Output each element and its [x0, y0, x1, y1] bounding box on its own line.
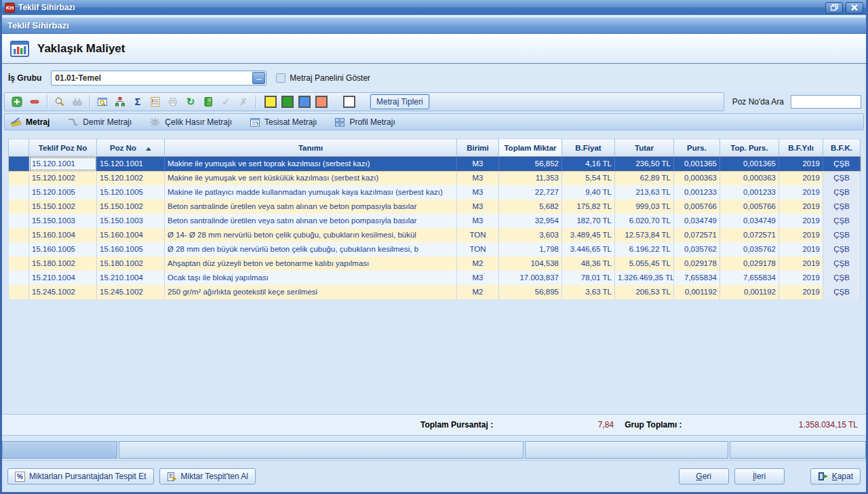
- table-row[interactable]: 15.120.100215.120.1002Makine ile yumuşak…: [9, 171, 861, 185]
- metraj-panel-checkbox[interactable]: [276, 73, 285, 83]
- cell-toplam-miktar[interactable]: 1,798: [499, 242, 562, 256]
- col-b-fiyat[interactable]: B.Fiyat: [562, 139, 615, 157]
- print-button[interactable]: [165, 94, 181, 110]
- cell-top-purs[interactable]: 0,035762: [720, 242, 779, 256]
- tab-demir-metraji[interactable]: Demir Metrajı: [67, 117, 132, 127]
- cell-top-purs[interactable]: 0,001233: [720, 185, 779, 200]
- color-swatch-orange[interactable]: [315, 96, 328, 108]
- combo-ellipsis-button[interactable]: ...: [252, 72, 265, 84]
- tab-tesisat-metraji[interactable]: Tesisat Metrajı: [250, 117, 317, 127]
- col-birimi[interactable]: Birimi: [457, 139, 499, 157]
- col-toplam-miktar[interactable]: Toplam Miktar: [499, 139, 562, 157]
- cell-birimi[interactable]: TON: [457, 228, 499, 242]
- table-row[interactable]: 15.160.100415.160.1004Ø 14- Ø 28 mm nerv…: [9, 228, 861, 242]
- cell-top-purs[interactable]: 0,000363: [720, 171, 779, 185]
- table-row[interactable]: 15.150.100315.150.1003Beton santralinde …: [9, 214, 861, 228]
- find-button[interactable]: [69, 94, 85, 110]
- col-tanimi[interactable]: Tanımı: [165, 139, 457, 157]
- metraj-tipleri-button[interactable]: Metraj Tipleri: [370, 94, 429, 109]
- cell-purs[interactable]: 0,001233: [674, 185, 720, 200]
- restore-button[interactable]: [825, 2, 843, 14]
- cell-birimi[interactable]: M3: [457, 157, 499, 171]
- cell-tanimi[interactable]: Ahşaptan düz yüzeyli beton ve betonarme …: [165, 256, 457, 271]
- cell-birimi[interactable]: M3: [457, 185, 499, 200]
- col-purs[interactable]: Purs.: [674, 139, 720, 157]
- cell-bf-yili[interactable]: 2019: [779, 271, 823, 285]
- cell-toplam-miktar[interactable]: 56,852: [499, 157, 562, 171]
- cell-bfk[interactable]: ÇŞB: [823, 285, 861, 299]
- cell-tanimi[interactable]: Makine ile yumuşak ve sert toprak kazılm…: [165, 157, 457, 171]
- cell-b-fiyat[interactable]: 9,40 TL: [562, 185, 615, 200]
- cell-tutar[interactable]: 5.055,45 TL: [615, 256, 674, 271]
- cell-teklif-poz-no[interactable]: 15.120.1002: [29, 171, 97, 185]
- cell-teklif-poz-no[interactable]: 15.180.1002: [29, 256, 97, 271]
- cell-b-fiyat[interactable]: 182,70 TL: [562, 214, 615, 228]
- col-top-purs[interactable]: Top. Purs.: [720, 139, 779, 157]
- table-row[interactable]: 15.245.100215.245.1002250 gr/m² ağırlıkt…: [9, 285, 861, 299]
- cell-poz-no[interactable]: 15.245.1002: [97, 285, 165, 299]
- cell-tutar[interactable]: 12.573,84 TL: [615, 228, 674, 242]
- tab-profil-metraji[interactable]: Profil Metrajı: [334, 117, 395, 127]
- cell-birimi[interactable]: M2: [457, 285, 499, 299]
- cell-poz-no[interactable]: 15.120.1002: [97, 171, 165, 185]
- cell-bfk[interactable]: ÇŞB: [823, 185, 861, 200]
- color-swatch-white[interactable]: [343, 96, 355, 108]
- row-selector[interactable]: [9, 214, 29, 228]
- cell-tutar[interactable]: 62,89 TL: [615, 171, 674, 185]
- cell-top-purs[interactable]: 0,072571: [720, 228, 779, 242]
- detail-list-button[interactable]: [147, 94, 163, 110]
- hierarchy-button[interactable]: [112, 94, 128, 110]
- cell-purs[interactable]: 0,035762: [674, 242, 720, 256]
- cell-birimi[interactable]: M3: [457, 271, 499, 285]
- cell-tutar[interactable]: 6.020,70 TL: [615, 214, 674, 228]
- col-bf-yili[interactable]: B.F.Yılı: [779, 139, 823, 157]
- cell-birimi[interactable]: TON: [457, 242, 499, 256]
- poz-search-input[interactable]: [791, 95, 861, 109]
- cell-top-purs[interactable]: 0,001192: [720, 285, 779, 299]
- cancel-button[interactable]: ✗: [235, 94, 252, 110]
- cell-b-fiyat[interactable]: 5,54 TL: [562, 171, 615, 185]
- cell-bfk[interactable]: ÇŞB: [823, 256, 861, 271]
- cell-tutar[interactable]: 6.196,22 TL: [615, 242, 674, 256]
- cell-toplam-miktar[interactable]: 32,954: [499, 214, 562, 228]
- cell-tanimi[interactable]: Beton santralinde üretilen veya satın al…: [165, 200, 457, 214]
- cell-toplam-miktar[interactable]: 104,538: [499, 256, 562, 271]
- cell-bf-yili[interactable]: 2019: [779, 285, 823, 299]
- cell-purs[interactable]: 0,001192: [674, 285, 720, 299]
- cell-teklif-poz-no[interactable]: 15.210.1004: [29, 271, 97, 285]
- cell-purs[interactable]: 0,072571: [674, 228, 720, 242]
- cell-bfk[interactable]: ÇŞB: [823, 242, 861, 256]
- cell-toplam-miktar[interactable]: 3,603: [499, 228, 562, 242]
- apply-button[interactable]: ✓: [218, 94, 234, 110]
- cell-b-fiyat[interactable]: 3.489,45 TL: [562, 228, 615, 242]
- cell-bfk[interactable]: ÇŞB: [823, 271, 861, 285]
- cell-tutar[interactable]: 213,63 TL: [615, 185, 674, 200]
- close-button[interactable]: [846, 2, 863, 14]
- table-row[interactable]: 15.150.100215.150.1002Beton santralinde …: [9, 200, 861, 214]
- cell-b-fiyat[interactable]: 78,01 TL: [562, 271, 615, 285]
- cell-teklif-poz-no[interactable]: 15.160.1004: [29, 228, 97, 242]
- cell-tutar[interactable]: 236,50 TL: [615, 157, 674, 171]
- cell-purs[interactable]: 0,000363: [674, 171, 720, 185]
- cell-bf-yili[interactable]: 2019: [779, 157, 823, 171]
- kapat-button[interactable]: Kapat: [810, 468, 861, 484]
- cell-poz-no[interactable]: 15.180.1002: [97, 256, 165, 271]
- tab-celik-hasir-metraji[interactable]: Çelik Hasır Metrajı: [149, 117, 232, 127]
- cell-bfk[interactable]: ÇŞB: [823, 228, 861, 242]
- cell-bfk[interactable]: ÇŞB: [823, 200, 861, 214]
- color-swatch-green[interactable]: [281, 96, 294, 108]
- cell-b-fiyat[interactable]: 3,63 TL: [562, 285, 615, 299]
- cell-bf-yili[interactable]: 2019: [779, 214, 823, 228]
- cell-teklif-poz-no[interactable]: 15.245.1002: [29, 285, 97, 299]
- cell-toplam-miktar[interactable]: 22,727: [499, 185, 562, 200]
- cell-purs[interactable]: 0,005766: [674, 200, 720, 214]
- cell-bfk[interactable]: ÇŞB: [823, 157, 861, 171]
- table-row[interactable]: 15.210.100415.210.1004Ocak taşı ile blok…: [9, 271, 861, 285]
- cell-purs[interactable]: 7,655834: [674, 271, 720, 285]
- cell-top-purs[interactable]: 0,001365: [720, 157, 779, 171]
- cell-birimi[interactable]: M2: [457, 256, 499, 271]
- col-tutar[interactable]: Tutar: [615, 139, 674, 157]
- col-teklif-poz-no[interactable]: Teklif Poz No: [29, 139, 97, 157]
- tab-metraj[interactable]: Metraj: [10, 117, 50, 127]
- cell-poz-no[interactable]: 15.120.1001: [97, 157, 165, 171]
